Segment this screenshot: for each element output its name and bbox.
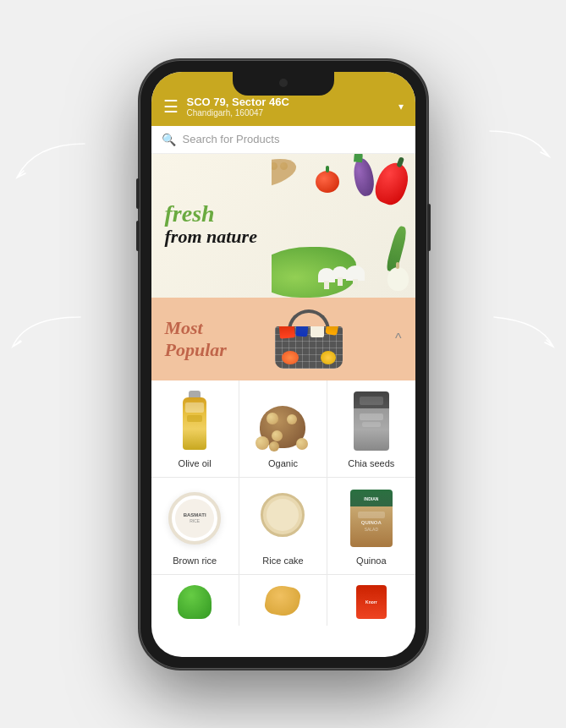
search-input[interactable]: Search for Products: [183, 133, 280, 145]
location-dropdown-icon[interactable]: ▾: [398, 101, 404, 112]
hamburger-icon[interactable]: ☰: [163, 98, 179, 115]
mushroom3-illustration: [318, 268, 335, 282]
product-item-ginger[interactable]: [239, 575, 327, 626]
screen-content: fresh from nature: [151, 154, 415, 657]
power-button: [427, 204, 431, 251]
product-image-broccoli: [168, 585, 222, 619]
product-label-quinoa: Quinoa: [356, 556, 386, 566]
search-icon: 🔍: [162, 133, 176, 146]
product-label-brown-rice: Brown rice: [173, 556, 217, 566]
eggplant-illustration: [351, 156, 376, 197]
product-item-brown-rice[interactable]: BASMATI RICE Brown rice: [151, 478, 239, 574]
product-grid: Olive oil: [151, 380, 415, 626]
vol-down-button: [136, 221, 140, 251]
left-mid-arrow: [0, 304, 93, 364]
product-image-brown-rice: BASMATI RICE: [168, 488, 222, 549]
product-image-olive-oil: [168, 391, 222, 452]
garlic-illustration: [387, 267, 409, 291]
product-image-knorr: Knorr: [344, 585, 398, 619]
most-popular-line1: Most: [165, 317, 227, 339]
right-mid-arrow: [481, 304, 566, 364]
product-item-chia[interactable]: Chia seeds: [327, 380, 415, 477]
most-popular-text: Most Popular: [165, 317, 227, 361]
mushroom-illustration: [346, 265, 365, 281]
location-title: SCO 79, Sector 46C: [187, 96, 390, 108]
product-item-quinoa[interactable]: INDIAN QUINOA SALAD Quinoa: [327, 478, 415, 574]
hero-fresh-text: fresh: [165, 202, 257, 226]
product-item-olive-oil[interactable]: Olive oil: [151, 380, 239, 477]
popular-basket: [267, 309, 351, 369]
product-item-broccoli[interactable]: [151, 575, 239, 626]
product-image-ginger: [256, 585, 310, 617]
product-image-quinoa: INDIAN QUINOA SALAD: [344, 488, 398, 549]
vol-up-button: [136, 178, 140, 209]
product-item-knorr[interactable]: Knorr: [327, 575, 415, 626]
basket-body: [275, 326, 343, 369]
location-info[interactable]: SCO 79, Sector 46C Chandigarh, 160047: [187, 96, 390, 118]
product-item-organic[interactable]: Oganic: [239, 380, 327, 477]
product-label-chia: Chia seeds: [348, 458, 394, 468]
product-label-olive-oil: Olive oil: [179, 458, 212, 468]
most-popular-line2: Popular: [165, 339, 227, 361]
phone-screen: ☰ SCO 79, Sector 46C Chandigarh, 160047 …: [151, 72, 415, 657]
phone-frame: ☰ SCO 79, Sector 46C Chandigarh, 160047 …: [140, 60, 427, 669]
hero-banner: fresh from nature: [151, 154, 415, 298]
hero-from-nature-text: from nature: [165, 226, 257, 248]
chevron-up-icon[interactable]: ^: [395, 331, 402, 347]
product-label-rice-cake: Rice cake: [262, 556, 303, 566]
hero-text: fresh from nature: [165, 202, 257, 248]
product-image-rice-cake: [256, 488, 310, 549]
hero-vegetables: [272, 154, 415, 298]
most-popular-section[interactable]: Most Popular: [151, 298, 415, 380]
product-item-rice-cake[interactable]: Rice cake: [239, 478, 327, 574]
tomato-illustration: [316, 171, 339, 193]
right-top-arrow: [481, 118, 566, 169]
product-label-organic: Oganic: [268, 458, 298, 468]
left-top-arrow: [0, 135, 102, 203]
location-subtitle: Chandigarh, 160047: [187, 108, 390, 118]
pepper-illustration: [371, 158, 413, 208]
search-bar[interactable]: 🔍 Search for Products: [151, 126, 415, 154]
product-image-chia: [344, 391, 398, 452]
phone-notch: [233, 72, 334, 96]
product-image-organic: [256, 391, 310, 452]
